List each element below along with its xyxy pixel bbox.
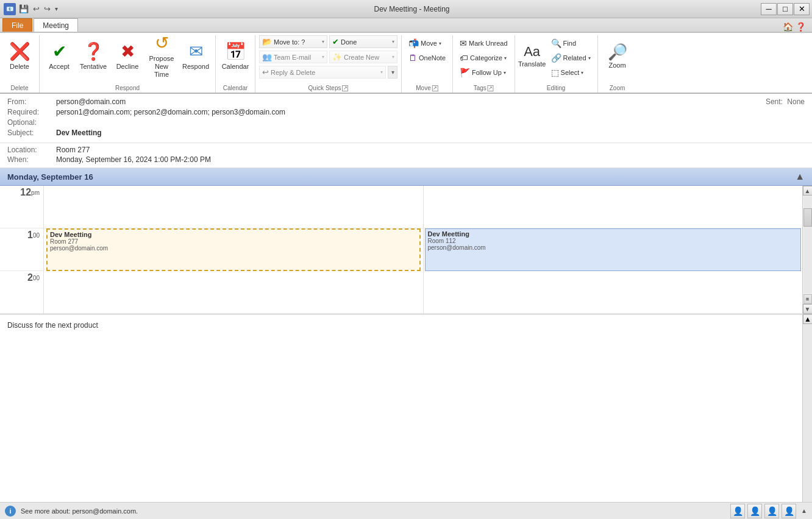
help-icon[interactable]: 🏠 bbox=[783, 22, 793, 32]
zoom-button[interactable]: 🔎 Zoom bbox=[602, 35, 633, 77]
mark-unread-button[interactable]: ✉ Mark Unread bbox=[457, 37, 511, 50]
ribbon-group-calendar: 📅 Calendar Calendar bbox=[216, 35, 255, 93]
undo-button[interactable]: ↩ bbox=[32, 3, 41, 15]
categorize-button[interactable]: 🏷 Categorize ▾ bbox=[457, 51, 511, 65]
ribbon-group-tags: ✉ Mark Unread 🏷 Categorize ▾ 🚩 Follow Up… bbox=[453, 35, 515, 93]
mark-unread-icon: ✉ bbox=[460, 38, 467, 48]
delete-icon: ❌ bbox=[9, 41, 30, 62]
quicksteps-bot-row: ↩ Reply & Delete ▾ ▾ bbox=[259, 66, 397, 79]
decline-button[interactable]: ✖ Decline bbox=[112, 35, 143, 77]
propose-time-icon: ↺ bbox=[155, 33, 169, 54]
required-row: Required: person1@domain.com; person2@do… bbox=[7, 108, 805, 116]
calendar-area: 12pm 100 200 Dev Meetting Room 277 perso… bbox=[0, 186, 812, 314]
editing-group-label: Editing bbox=[547, 85, 566, 91]
save-button[interactable]: 💾 bbox=[18, 3, 30, 15]
quick-access-toolbar: 📧 💾 ↩ ↪ ▾ bbox=[0, 3, 63, 15]
team-email-button[interactable]: 👥 Team E-mail ▾ bbox=[259, 51, 327, 63]
status-contact-btn-4[interactable]: 👤 bbox=[782, 504, 796, 518]
reply-delete-icon: ↩ bbox=[262, 68, 269, 77]
move-button[interactable]: 📬 Move ▾ bbox=[405, 37, 449, 50]
ribbon-group-quicksteps: 📂 Move to: ? ▾ ✔ Done ▾ 👥 Team E-mail ▾ bbox=[255, 35, 402, 93]
quicksteps-expand-icon[interactable]: ↗ bbox=[342, 85, 348, 91]
onenote-button[interactable]: 🗒 OneNote bbox=[405, 51, 449, 65]
maximize-button[interactable]: □ bbox=[777, 3, 793, 15]
calendar-day-header: Monday, September 16 ▲ bbox=[0, 168, 812, 186]
respond-icon: ✉ bbox=[189, 41, 203, 62]
move-to-button[interactable]: 📂 Move to: ? ▾ bbox=[259, 35, 327, 48]
optional-row: Optional: bbox=[7, 118, 805, 127]
follow-up-button[interactable]: 🚩 Follow Up ▾ bbox=[457, 66, 511, 79]
main-content: From: person@domain.com Sent: None Requi… bbox=[0, 94, 812, 518]
related-dropdown-arrow: ▾ bbox=[588, 55, 591, 61]
cal-scroll-separator[interactable]: ≡ bbox=[803, 294, 812, 304]
onenote-icon: 🗒 bbox=[408, 53, 417, 63]
calendar-event-1[interactable]: Dev Meetting Room 277 person@domain.com bbox=[46, 228, 421, 271]
zoom-icon: 🔎 bbox=[608, 43, 627, 62]
team-email-icon: 👥 bbox=[262, 52, 272, 62]
accept-button[interactable]: ✔ Accept bbox=[43, 35, 75, 77]
quick-access-more-button[interactable]: ▾ bbox=[54, 4, 59, 13]
related-button[interactable]: 🔗 Related ▾ bbox=[548, 51, 594, 65]
body-scroll-up-button[interactable]: ▲ bbox=[803, 314, 812, 324]
body-container: Discuss for the next product ▲ ▼ bbox=[0, 314, 812, 518]
delete-group-label: Delete bbox=[11, 85, 29, 91]
tab-meeting[interactable]: Meeting bbox=[34, 18, 78, 32]
empty-slot-12pm-right bbox=[424, 186, 803, 228]
time-slot-1: 100 bbox=[0, 228, 43, 271]
close-button[interactable]: ✕ bbox=[794, 3, 810, 15]
redo-button[interactable]: ↪ bbox=[43, 3, 52, 15]
editing-col: 🔍 Find 🔗 Related ▾ ⬚ Select ▾ bbox=[548, 35, 594, 79]
related-icon: 🔗 bbox=[551, 53, 561, 63]
move-col: 📬 Move ▾ 🗒 OneNote bbox=[405, 35, 449, 65]
time-slot-2: 200 bbox=[0, 271, 43, 314]
select-button[interactable]: ⬚ Select ▾ bbox=[548, 66, 594, 79]
cal-scrollbar-thumb[interactable] bbox=[803, 208, 812, 227]
done-arrow: ▾ bbox=[392, 39, 394, 44]
done-button[interactable]: ✔ Done ▾ bbox=[329, 35, 397, 48]
status-contact-btn-2[interactable]: 👤 bbox=[747, 504, 762, 518]
move-expand-icon[interactable]: ↗ bbox=[432, 85, 438, 91]
move-group-label: Move ↗ bbox=[416, 85, 438, 91]
calendar-scroll-up-button[interactable]: ▲ bbox=[795, 171, 805, 182]
calendar-column-right: Dev Meetting Room 112 person@domain.com bbox=[424, 186, 803, 314]
find-button[interactable]: 🔍 Find bbox=[548, 37, 594, 50]
window-controls: ─ □ ✕ bbox=[761, 3, 812, 15]
cal-scroll-up-button[interactable]: ▲ bbox=[803, 186, 813, 196]
email-body: Discuss for the next product bbox=[0, 314, 802, 518]
categorize-dropdown-arrow: ▾ bbox=[504, 55, 507, 61]
quicksteps-expand-button[interactable]: ▾ bbox=[388, 66, 397, 79]
home-icon[interactable]: ❓ bbox=[796, 22, 806, 32]
respond-button[interactable]: ✉ Respond bbox=[180, 35, 212, 77]
reply-delete-button[interactable]: ↩ Reply & Delete ▾ bbox=[259, 66, 386, 79]
body-scrollbar-track bbox=[803, 324, 812, 508]
create-new-button[interactable]: ✨ Create New ▾ bbox=[329, 51, 397, 63]
calendar-event-2[interactable]: Dev Meetting Room 112 person@domain.com bbox=[425, 228, 802, 271]
ribbon: ❌ Delete Delete ✔ Accept ❓ Tentative ✖ D… bbox=[0, 33, 812, 94]
empty-slot-2pm-right bbox=[424, 271, 803, 314]
status-bar: i See more about: person@domain.com. 👤 👤… bbox=[0, 502, 812, 519]
follow-up-dropdown-arrow: ▾ bbox=[504, 70, 506, 76]
propose-new-time-button[interactable]: ↺ Propose New Time bbox=[146, 35, 177, 77]
tentative-button[interactable]: ❓ Tentative bbox=[77, 35, 109, 77]
status-contact-btn-3[interactable]: 👤 bbox=[764, 504, 779, 518]
quicksteps-mid-row: 👥 Team E-mail ▾ ✨ Create New ▾ bbox=[259, 51, 397, 63]
select-icon: ⬚ bbox=[551, 68, 559, 77]
zoom-group-label: Zoom bbox=[610, 85, 625, 91]
move-to-icon: 📂 bbox=[262, 37, 272, 46]
calendar-group-label: Calendar bbox=[223, 85, 248, 91]
tab-file[interactable]: File bbox=[2, 18, 32, 32]
calendar-button[interactable]: 📅 Calendar bbox=[219, 35, 251, 77]
subject-row: Subject: Dev Meetting bbox=[7, 129, 805, 137]
cal-scroll-down-button[interactable]: ▼ bbox=[803, 304, 813, 314]
window-title: Dev Meetting - Meeting bbox=[63, 5, 761, 13]
accept-icon: ✔ bbox=[52, 41, 66, 62]
status-contact-btn-1[interactable]: 👤 bbox=[730, 504, 745, 518]
minimize-button[interactable]: ─ bbox=[761, 3, 777, 15]
create-new-icon: ✨ bbox=[332, 52, 342, 62]
quicksteps-top-row: 📂 Move to: ? ▾ ✔ Done ▾ bbox=[259, 35, 397, 48]
email-header: From: person@domain.com Sent: None Requi… bbox=[0, 94, 812, 143]
delete-button[interactable]: ❌ Delete bbox=[4, 35, 35, 77]
translate-button[interactable]: Aa Translate bbox=[519, 35, 546, 77]
tags-expand-icon[interactable]: ↗ bbox=[488, 85, 494, 91]
status-expand-button[interactable]: ▲ bbox=[801, 507, 807, 514]
